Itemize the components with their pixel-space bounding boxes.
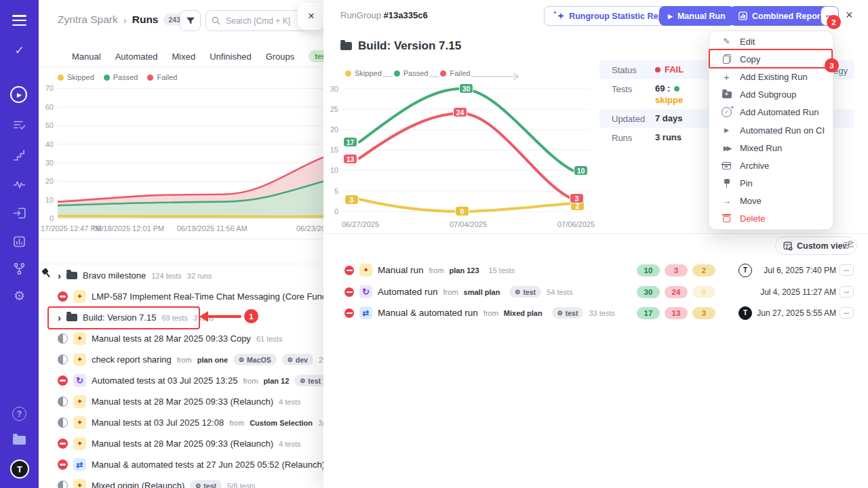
panel-close-button[interactable]: ×: [298, 3, 323, 30]
y-tick: 0: [40, 214, 54, 222]
row-more-button[interactable]: •••: [840, 264, 854, 276]
status-failed-icon: [58, 375, 68, 386]
chevron-right-icon[interactable]: ›: [58, 270, 61, 281]
breadcrumb-page: Runs: [132, 14, 159, 26]
menu-item-mixed-run[interactable]: ▶▶ Mixed Run: [709, 139, 833, 157]
list-item-run[interactable]: ✦ Manual tests at 03 Jul 2025 12:08 from…: [39, 412, 323, 433]
run-title: Manual tests at 28 Mar 2025 09:33 Copy: [92, 333, 251, 344]
steps-icon[interactable]: [13, 149, 26, 161]
manual-run-button[interactable]: ▶ Manual Run: [659, 6, 734, 26]
adjust-columns-icon[interactable]: [843, 240, 854, 249]
menu-item-automated-run-on-ci[interactable]: ▶ Automated Run on CI: [709, 121, 833, 139]
sparkle-glyph: ✦: [363, 266, 369, 274]
legend-skipped: Skipped: [355, 69, 382, 77]
archive-icon: [722, 162, 732, 169]
from-label: from: [229, 419, 244, 427]
plan-name: plan one: [197, 356, 228, 364]
y-tick: 30: [40, 159, 54, 167]
divider: [39, 264, 323, 264]
gear-icon: ⚙: [239, 357, 244, 363]
projects-folder-icon[interactable]: [13, 436, 26, 445]
list-item-run[interactable]: ⇄ Manual & automated tests at 27 Jun 202…: [39, 454, 323, 475]
sparkle-glyph: ✦: [77, 334, 83, 343]
run-title: check report sharing: [92, 354, 172, 365]
list-item-run[interactable]: ✦ check report sharing from plan one ⚙Ma…: [39, 349, 323, 370]
divider: [39, 239, 323, 239]
runs-icon[interactable]: ▶: [10, 86, 27, 103]
page-title-text: Build: Version 7.15: [358, 39, 461, 53]
activity-pulse-icon[interactable]: [13, 178, 26, 190]
x-tick: 06/18/2025 12:01 PM: [93, 224, 164, 232]
branches-icon[interactable]: [13, 262, 26, 275]
tab-automated[interactable]: Automated: [115, 52, 158, 62]
list-item-run[interactable]: ↻ Automated tests at 03 Jul 2025 13:25 f…: [39, 370, 323, 391]
run-title: Mixed origin (Relaunch): [92, 481, 184, 488]
tests-count: 124 tests: [151, 272, 182, 280]
menu-item-archive[interactable]: Archive: [709, 157, 833, 174]
run-title: Automated tests at 03 Jul 2025 13:25: [92, 375, 237, 386]
tab-unfinished[interactable]: Unfinished: [210, 52, 251, 62]
manual-run-icon: ✦: [73, 395, 86, 408]
group-run-row[interactable]: ✦ Manual run from plan 123 15 tests 10 3…: [323, 260, 868, 281]
menu-item-add-automated-run[interactable]: ✓+ Add Automated Run: [709, 104, 833, 121]
x-tick: 07/06/2025: [557, 220, 595, 228]
list-item-run[interactable]: ✦ Manual tests at 28 Mar 2025 09:33 (Rel…: [39, 433, 323, 454]
group-run-row[interactable]: ⇄ Manual & automated run from Mixed plan…: [323, 302, 868, 323]
status-value: FAIL: [655, 64, 684, 75]
sparkle-glyph: ✦: [77, 355, 83, 364]
runs-label: Runs: [612, 133, 632, 143]
skipped-badge: 3: [692, 307, 715, 319]
run-name: Manual run: [378, 265, 424, 275]
data-label-passed: 30: [459, 83, 473, 94]
menu-item-add-existing-run[interactable]: + Add Existing Run: [709, 68, 833, 85]
status-label: Status: [612, 65, 637, 75]
menu-item-move[interactable]: → Move: [709, 192, 833, 210]
breadcrumb-project[interactable]: Zyntra Spark: [58, 14, 118, 26]
list-item-run[interactable]: ✦ Mixed origin (Relaunch) ⚙test 5/8 test…: [39, 475, 323, 488]
tab-mixed[interactable]: Mixed: [172, 52, 196, 62]
passed-dot-icon: [394, 70, 400, 77]
import-runs-icon[interactable]: [13, 207, 26, 220]
list-item-run[interactable]: ✦ LMP-587 Implement Real-Time Chat Messa…: [39, 286, 323, 307]
menu-item-pin[interactable]: Pin: [709, 175, 833, 192]
tag-filter-chip[interactable]: tes: [309, 50, 323, 62]
env-chip: ⚙test: [294, 375, 323, 386]
play-icon: ▶: [668, 13, 673, 20]
row-more-button[interactable]: •••: [840, 307, 854, 319]
legend-skipped: Skipped: [67, 73, 94, 81]
list-item-run[interactable]: ✦ Manual tests at 28 Mar 2025 09:33 (Rel…: [39, 391, 323, 412]
passed-badge: 10: [637, 264, 660, 277]
close-detail-button[interactable]: ×: [842, 7, 857, 23]
combined-report-button[interactable]: Combined Report: [730, 6, 832, 26]
failed-dot-icon: [147, 75, 153, 81]
reports-icon[interactable]: [13, 235, 26, 248]
list-item-group-bravo[interactable]: › Bravo milestone 124 tests 32 runs: [39, 265, 323, 286]
filter-button[interactable]: [180, 10, 201, 31]
help-icon[interactable]: ?: [12, 407, 26, 421]
assignee-avatar[interactable]: T: [738, 306, 752, 320]
menu-icon[interactable]: [12, 15, 26, 28]
tab-manual[interactable]: Manual: [72, 52, 101, 62]
user-avatar[interactable]: T: [10, 460, 29, 479]
menu-item-delete[interactable]: Delete: [709, 210, 833, 228]
mixed-run-icon: ⇄: [359, 306, 372, 319]
tasks-icon[interactable]: ✓: [0, 43, 39, 58]
group-run-row[interactable]: ↻ Automated run from small plan ⚙test 54…: [323, 281, 868, 302]
arrow-right-icon: →: [722, 196, 732, 206]
tab-groups[interactable]: Groups: [266, 52, 295, 62]
menu-item-add-subgroup[interactable]: + Add Subgroup: [709, 86, 833, 104]
menu-item-edit[interactable]: ✎ Edit: [709, 33, 833, 50]
assignee-avatar[interactable]: T: [738, 264, 752, 277]
status-partial-icon: [58, 481, 68, 488]
data-label-failed: 3: [570, 193, 584, 203]
row-more-button[interactable]: •••: [840, 286, 854, 298]
y-tick: 60: [40, 103, 54, 111]
tests-skipped-fragment: skippe: [655, 95, 683, 105]
list-item-run[interactable]: ✦ Manual tests at 28 Mar 2025 09:33 Copy…: [39, 328, 323, 349]
test-plans-icon[interactable]: [13, 119, 26, 131]
swap-glyph: ⇄: [76, 460, 83, 470]
from-label: from: [177, 356, 192, 364]
status-failed-icon: [344, 308, 354, 318]
settings-gear-icon[interactable]: ⚙: [0, 288, 39, 304]
search-input[interactable]: [224, 16, 302, 26]
